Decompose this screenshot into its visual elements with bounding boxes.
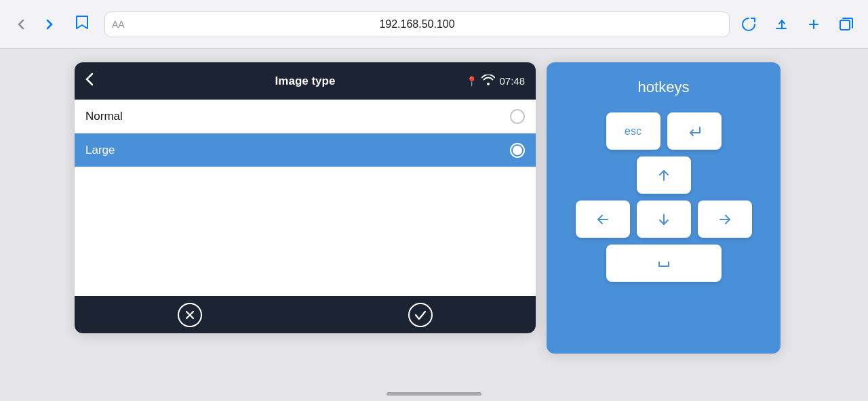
left-button[interactable] [576,200,630,238]
normal-radio[interactable] [510,109,525,124]
page-content: Image type 📍 07:48 Normal Large [0,49,868,401]
cancel-icon [178,303,202,327]
esc-label: esc [625,125,642,138]
hotkeys-row-4 [606,245,722,282]
aa-label[interactable]: AA [112,19,125,30]
location-icon: 📍 [466,76,477,87]
device-footer [75,296,536,333]
hotkeys-title: hotkeys [560,79,767,96]
right-arrow-icon [717,211,733,228]
status-time: 07:48 [499,75,525,87]
url-display: 192.168.50.100 [379,18,454,30]
share-button[interactable] [770,14,792,35]
up-arrow-icon [656,167,672,184]
confirm-icon [408,303,433,327]
new-tab-button[interactable] [803,14,825,35]
cancel-button[interactable] [178,303,202,327]
browser-chrome: AA 192.168.50.100 [0,0,868,49]
large-radio[interactable] [510,143,525,158]
address-bar[interactable]: AA 192.168.50.100 [104,12,730,37]
browser-nav [11,14,60,35]
device-header: Image type 📍 07:48 [75,62,536,100]
enter-icon [686,123,703,140]
svg-rect-2 [840,20,850,30]
hotkeys-row-2 [637,156,691,194]
normal-label: Normal [85,110,123,123]
wifi-icon [481,75,495,88]
large-label: Large [85,144,115,157]
hotkeys-grid: esc [560,112,767,282]
enter-button[interactable] [667,112,722,150]
list-content-area [75,167,536,296]
refresh-button[interactable] [738,14,760,35]
device-panel: Image type 📍 07:48 Normal Large [75,62,536,333]
esc-button[interactable]: esc [606,112,660,150]
back-button[interactable] [11,14,33,35]
left-arrow-icon [595,211,611,228]
hotkeys-row-3 [576,200,752,238]
down-button[interactable] [637,200,691,238]
bookmarks-icon[interactable] [73,14,91,35]
space-button[interactable] [606,245,722,282]
forward-button[interactable] [38,14,60,35]
down-arrow-icon [656,211,672,228]
list-item-normal[interactable]: Normal [75,100,536,133]
home-indicator [387,392,481,396]
device-back-button[interactable] [85,72,94,90]
device-title: Image type [275,75,336,88]
hotkeys-panel: hotkeys esc [547,62,781,354]
browser-actions [738,14,857,35]
space-icon [656,255,672,272]
hotkeys-row-1: esc [606,112,722,150]
up-button[interactable] [637,156,691,194]
device-status: 📍 07:48 [466,75,525,88]
list-item-large[interactable]: Large [75,133,536,167]
confirm-button[interactable] [408,303,433,327]
tabs-button[interactable] [835,14,857,35]
right-button[interactable] [698,200,752,238]
